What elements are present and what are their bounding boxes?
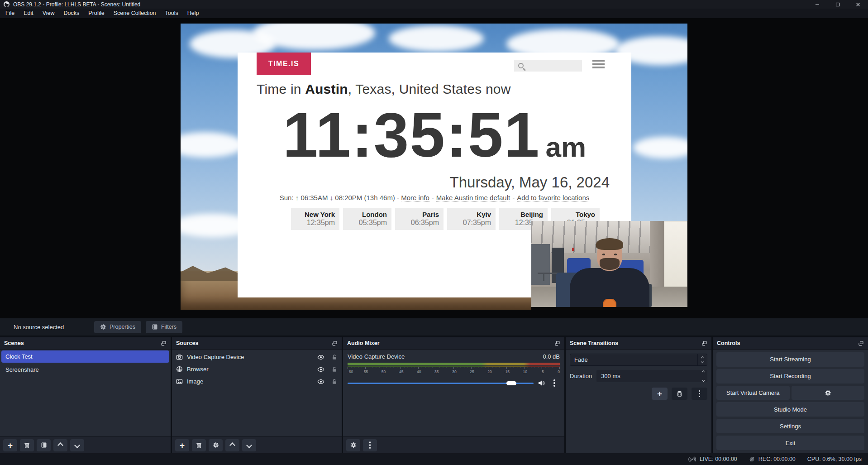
scene-filters-button[interactable] [37,439,51,451]
move-scene-up-button[interactable] [53,439,67,451]
city-card: Kyiv07:35pm [447,208,496,230]
start-virtual-camera-button[interactable]: Start Virtual Camera [716,386,790,400]
mixer-toolbar [343,436,564,453]
make-default-link: Make Austin time default [436,194,510,202]
volume-slider-handle[interactable] [506,381,516,385]
virtual-camera-config-button[interactable] [792,386,865,400]
sources-toolbar: + [172,436,342,453]
lock-icon[interactable] [331,379,338,385]
mixer-channel-name: Video Capture Device [348,353,405,360]
move-source-down-button[interactable] [242,439,256,451]
remove-source-button[interactable] [192,439,206,451]
menu-view[interactable]: View [38,9,59,18]
menu-docks[interactable]: Docks [59,9,84,18]
volume-meter [348,363,560,365]
menu-help[interactable]: Help [183,9,204,18]
menu-edit[interactable]: Edit [19,9,38,18]
mixer-channel-menu-button[interactable] [549,377,560,389]
trash-icon [196,442,202,449]
hamburger-menu-icon [592,60,605,68]
popout-icon[interactable] [554,340,560,346]
menu-scene-collection[interactable]: Scene Collection [109,9,161,18]
gear-icon [213,442,219,448]
timeis-heading: Time in Austin, Texas, United States now [257,81,511,97]
source-item-browser[interactable]: Browser [172,363,342,375]
properties-button[interactable]: Properties [94,321,141,333]
visibility-eye-icon[interactable] [317,366,324,373]
move-scene-down-button[interactable] [70,439,84,451]
popout-icon[interactable] [332,340,338,346]
visibility-eye-icon[interactable] [317,354,324,361]
add-scene-button[interactable]: + [3,439,17,451]
transition-select[interactable]: Fade [570,354,707,366]
filters-button[interactable]: Filters [146,321,182,333]
rec-status: REC: 00:00:00 [749,456,796,462]
mixer-menu-button[interactable] [363,439,377,451]
lock-icon[interactable] [331,354,338,360]
visibility-eye-icon[interactable] [317,378,324,385]
move-source-up-button[interactable] [225,439,239,451]
add-source-button[interactable]: + [175,439,189,451]
gear-icon [825,389,831,396]
dock-area: Scenes Clock Test Screenshare + Sources [0,337,868,453]
obs-logo-icon [4,1,10,7]
person-beard [600,258,620,270]
controls-panel: Controls Start Streaming Start Recording… [713,337,868,453]
remove-transition-button[interactable] [672,388,687,400]
scenes-title: Scenes [4,340,24,346]
studio-mode-button[interactable]: Studio Mode [716,402,864,417]
lock-icon[interactable] [331,366,338,373]
person-head [597,240,622,271]
settings-button[interactable]: Settings [716,419,864,433]
scenes-toolbar: + [0,436,171,453]
minimize-button[interactable] [807,0,827,9]
sun-info-line: Sun: ↑ 06:35AM ↓ 08:20PM (13h 46m) - Mor… [238,194,631,201]
menu-file[interactable]: File [1,9,19,18]
audio-mixer-title: Audio Mixer [347,340,380,346]
advanced-audio-button[interactable] [346,439,360,451]
scene-item-clock-test[interactable]: Clock Test [1,350,169,363]
scene-item-screenshare[interactable]: Screenshare [1,364,169,376]
search-icon [518,63,524,68]
city-card: Paris06:35pm [395,208,444,230]
person-hair [596,238,623,250]
close-button[interactable] [848,0,868,9]
menu-profile[interactable]: Profile [84,9,109,18]
remove-scene-button[interactable] [20,439,34,451]
glass-wall [531,244,550,285]
chevron-up-icon [229,442,235,448]
webcam-overlay[interactable] [531,221,687,310]
maximize-button[interactable] [827,0,848,9]
program-canvas[interactable]: TIME.IS Time in Austin, Texas, United St… [181,24,687,310]
popout-icon[interactable] [161,340,167,346]
source-item-video-capture[interactable]: Video Capture Device [172,351,342,363]
window-title: OBS 29.1.2 - Profile: LLHLS BETA - Scene… [13,1,140,8]
cloud [181,132,244,158]
meridiem: am [546,133,587,161]
start-recording-button[interactable]: Start Recording [716,369,864,384]
preview-area: TIME.IS Time in Austin, Texas, United St… [0,18,868,318]
audio-mixer-panel: Audio Mixer Video Capture Device 0.0 dB … [343,337,564,453]
favorite-link: Add to favorite locations [517,194,589,202]
start-streaming-button[interactable]: Start Streaming [716,352,864,367]
duration-spinbox[interactable]: 300 ms [596,370,707,382]
spinbox-arrows[interactable] [702,371,705,381]
gears-icon [350,442,357,448]
gear-icon [100,324,106,330]
menu-tools[interactable]: Tools [161,9,183,18]
more-info-link: More info [401,194,429,202]
popout-icon[interactable] [701,340,707,346]
source-properties-button[interactable] [209,439,223,451]
sources-header: Sources [172,337,342,350]
popout-icon[interactable] [858,340,864,346]
image-icon [176,378,183,385]
scene-transitions-title: Scene Transitions [570,340,618,346]
exit-button[interactable]: Exit [716,436,864,450]
speaker-icon[interactable] [538,379,545,387]
transition-properties-button[interactable] [692,388,707,400]
person-torso [570,268,649,310]
volume-slider[interactable] [348,380,534,386]
scene-transitions-body: Fade Duration 300 ms + [566,350,711,453]
source-item-image[interactable]: Image [172,375,342,388]
add-transition-button[interactable]: + [652,388,668,400]
